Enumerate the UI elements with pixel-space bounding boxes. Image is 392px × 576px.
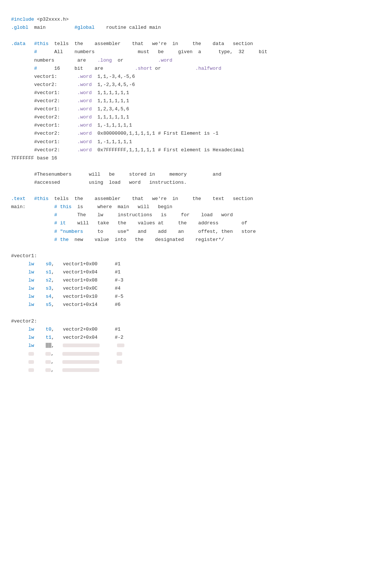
main-comment3: # "numbers to use" and add an offest, th…	[11, 229, 256, 234]
hvector2-def2: #vector2: .word 1,1,1,1,1,1	[11, 114, 129, 120]
hvector2-def4: #vector2: .word 0x7FFFFFFF,1,1,1,1,1 # F…	[11, 147, 244, 153]
lw-t1: lw t1, vector2+0x04 #-2	[11, 335, 123, 340]
vector1-def: vector1: .word 1,1,-3,4,-5,6	[11, 74, 135, 79]
data-comment3: # 16 bit are .short or .halfword	[11, 66, 221, 71]
hvector1-def1: #vector1: .word 1,1,1,1,1,1	[11, 90, 129, 96]
blur-line3: ,	[11, 367, 99, 373]
hvector1-def3: #vector1: .word 1,-1,1,1,1,1	[11, 123, 132, 128]
blur-line2: ,	[11, 359, 122, 365]
hvector1-def2: #vector1: .word 1,2,3,4,5,6	[11, 106, 129, 112]
hvector2-def1: #vector2: .word 1,1,1,1,1,1	[11, 98, 129, 104]
main-label: main: # this is where main will begin	[11, 204, 172, 210]
hvector1-label: #vector1:	[11, 253, 37, 259]
main-comment4: # the new value into the designated regi…	[11, 237, 224, 242]
blur-line1: ,	[11, 351, 122, 356]
lw-s1: lw s1, vector1+0x04 #1	[11, 269, 120, 275]
thesenumbers-comment: #Thesenumbers will be stored in memory a…	[11, 172, 221, 177]
code-container: #include <p32xxxx.h> .globl main #global…	[11, 7, 381, 374]
lw-blur1: lw ██,	[11, 343, 124, 348]
lw-t0: lw t0, vector2+0x00 #1	[11, 327, 120, 332]
lw-s0: lw s0, vector1+0x00 #1	[11, 261, 120, 267]
data-section: .data #this tells the assembler that we'…	[11, 41, 253, 46]
lw-s2: lw s2, vector1+0x08 #-3	[11, 277, 123, 283]
lw-s4: lw s4, vector1+0x10 #-5	[11, 294, 123, 299]
base16-comment: 7FFFFFFF base 16	[11, 155, 57, 161]
main-comment1: # The lw instructions is for load word	[11, 212, 233, 218]
main-comment2: # it will take the values at the address…	[11, 220, 247, 226]
hvector2-label: #vector2:	[11, 318, 37, 324]
text-section: .text #this tells the assembler that we'…	[11, 196, 253, 201]
hvector2-def3: #vector2: .word 0x80000000,1,1,1,1,1 # F…	[11, 131, 219, 136]
hvector1-def4: #vector1: .word 1,-1,1,1,1,1	[11, 139, 132, 145]
data-comment2: numbers are .long or .word	[11, 58, 172, 63]
accessed-comment: #accessed using load word instructions.	[11, 180, 187, 185]
vector2-def: vector2: .word 1,-2,3,4,5,-6	[11, 82, 135, 87]
globl-line: .globl main #global routine called main	[11, 25, 161, 30]
lw-s5: lw s5, vector1+0x14 #6	[11, 302, 120, 307]
data-comment1: # All numbers must be given a type, 32 b…	[11, 49, 267, 55]
include-directive: #include <p32xxxx.h>	[11, 17, 69, 22]
lw-s3: lw s3, vector1+0x0C #4	[11, 286, 120, 291]
